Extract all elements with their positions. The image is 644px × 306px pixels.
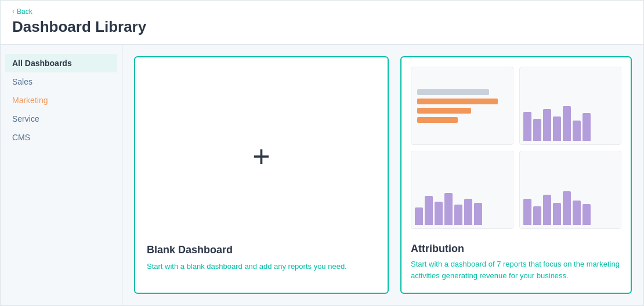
bar-br-3: [543, 195, 551, 225]
bar-bl-1: [415, 207, 423, 225]
bar-bl-4: [444, 193, 453, 225]
bar-bl-7: [474, 203, 482, 225]
back-chevron-icon: ‹: [12, 8, 15, 16]
blank-dashboard-card[interactable]: + Blank Dashboard Start with a blank das…: [134, 56, 389, 294]
bar-4: [553, 116, 561, 141]
preview-bar-salmon-med: [417, 108, 471, 114]
blank-card-content: + Blank Dashboard Start with a blank das…: [147, 69, 376, 281]
preview-bar-salmon-short: [417, 117, 458, 123]
sidebar-item-service[interactable]: Service: [1, 110, 122, 128]
sidebar-item-sales[interactable]: Sales: [1, 72, 122, 91]
header: ‹ Back Dashboard Library: [1, 1, 643, 45]
bar-br-5: [563, 191, 571, 225]
bar-bl-3: [435, 202, 443, 225]
preview-vertical-chart-top: [519, 67, 622, 145]
blank-card-text: Blank Dashboard Start with a blank dashb…: [147, 244, 347, 282]
content-area: All Dashboards Sales Marketing Service C…: [1, 45, 643, 305]
bar-bl-2: [425, 196, 433, 225]
preview-vertical-chart-bottom-left: [411, 151, 513, 229]
preview-bar-gray: [417, 89, 489, 95]
sidebar-item-marketing[interactable]: Marketing: [1, 91, 122, 110]
attribution-card-text: Attribution Start with a dashboard of 7 …: [401, 236, 631, 293]
back-label: Back: [17, 8, 32, 16]
bar-3: [543, 109, 551, 141]
plus-icon: +: [252, 141, 270, 172]
plus-icon-area: +: [147, 69, 376, 243]
bar-5: [563, 106, 571, 141]
attribution-dashboard-card[interactable]: Attribution Start with a dashboard of 7 …: [400, 56, 632, 294]
attribution-card-title: Attribution: [411, 243, 621, 255]
attribution-card-description: Start with a dashboard of 7 reports that…: [411, 258, 621, 281]
back-link[interactable]: ‹ Back: [12, 8, 632, 16]
bar-bl-6: [464, 199, 472, 225]
bar-br-6: [573, 201, 581, 225]
bar-br-1: [523, 199, 531, 225]
blank-card-title: Blank Dashboard: [147, 244, 347, 256]
sidebar-item-cms[interactable]: CMS: [1, 128, 122, 147]
preview-bar-chart: [411, 67, 513, 145]
bar-br-7: [583, 204, 591, 225]
bar-br-4: [553, 203, 561, 225]
preview-bar-salmon-long: [417, 99, 498, 104]
bar-bl-5: [454, 205, 462, 225]
page-wrapper: ‹ Back Dashboard Library All Dashboards …: [0, 0, 644, 306]
sidebar: All Dashboards Sales Marketing Service C…: [1, 45, 122, 305]
bar-6: [573, 121, 581, 141]
page-title: Dashboard Library: [12, 18, 632, 36]
bar-1: [523, 112, 531, 141]
bar-br-2: [533, 206, 541, 225]
preview-vertical-chart-bottom-right: [519, 151, 622, 229]
bar-2: [533, 119, 541, 141]
sidebar-item-all[interactable]: All Dashboards: [5, 54, 117, 72]
blank-card-description: Start with a blank dashboard and add any…: [147, 261, 347, 272]
main-content: + Blank Dashboard Start with a blank das…: [122, 45, 643, 305]
bar-7: [583, 113, 591, 141]
attribution-preview: [401, 57, 631, 236]
